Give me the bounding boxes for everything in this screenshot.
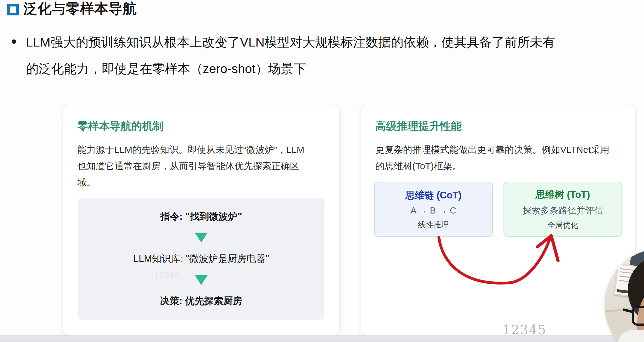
bullet-dot-icon — [12, 39, 16, 44]
card-zero-shot-mechanism: 零样本导航的机制 能力源于LLM的先验知识。即使从未见过“微波炉”，LLM 也知… — [63, 105, 340, 335]
presenter-glasses — [632, 306, 644, 326]
tot-caption: 全局优化 — [548, 220, 578, 230]
flow-step-decision: 决策: 优先探索厨房 — [160, 295, 243, 307]
down-triangle-icon — [195, 275, 208, 285]
title-bullet-square-icon — [7, 4, 19, 15]
tot-description: 探索多条路径并评估 — [523, 205, 603, 217]
left-card-heading: 零样本导航的机制 — [77, 119, 339, 133]
page-title: 泛化与零样本导航 — [23, 0, 137, 18]
flow-box: 指令: "找到微波炉" LLM知识库: "微波炉是厨房电器" 决策: 优先探索厨… — [78, 198, 324, 320]
flow-step-knowledge: LLM知识库: "微波炉是厨房电器" — [133, 252, 269, 265]
certificate-line — [620, 268, 634, 271]
watermark-faint-text: 12345 — [154, 271, 180, 280]
tot-title: 思维树 (ToT) — [536, 188, 590, 201]
card-advanced-reasoning: 高级推理提升性能 更复杂的推理模式能做出更可靠的决策。例如VLTNet采用 的思… — [361, 105, 636, 335]
intro-paragraph: LLM强大的预训练知识从根本上改变了VLN模型对大规模标注数据的依赖，使其具备了… — [26, 29, 555, 82]
right-card-heading: 高级推理提升性能 — [375, 119, 635, 133]
tot-box: 思维树 (ToT) 探索多条路径并评估 全局优化 — [503, 182, 622, 237]
intro-line-1: LLM强大的预训练知识从根本上改变了VLN模型对大规模标注数据的依赖，使其具备了… — [26, 29, 555, 55]
left-card-body: 能力源于LLM的先验知识。即使从未见过“微波炉”，LLM 也知道它通常在厨房，从… — [77, 141, 325, 190]
flow-step-instruction: 指令: "找到微波炉" — [160, 210, 242, 223]
right-card-body: 更复杂的推理模式能做出更可靠的决策。例如VLTNet采用 的思维树(ToT)框架… — [375, 141, 621, 174]
cot-title: 思维链 (CoT) — [405, 189, 462, 202]
cot-caption: 线性推理 — [418, 220, 449, 230]
slide: 泛化与零样本导航 LLM强大的预训练知识从根本上改变了VLN模型对大规模标注数据… — [0, 0, 644, 342]
intro-line-2: 的泛化能力，即使是在零样本（zero-shot）场景下 — [26, 55, 555, 82]
down-triangle-icon — [195, 233, 208, 242]
cot-sequence: A → B → C — [410, 206, 456, 216]
cot-box: 思维链 (CoT) A → B → C 线性推理 — [374, 182, 493, 237]
bottom-strip — [0, 335, 644, 342]
